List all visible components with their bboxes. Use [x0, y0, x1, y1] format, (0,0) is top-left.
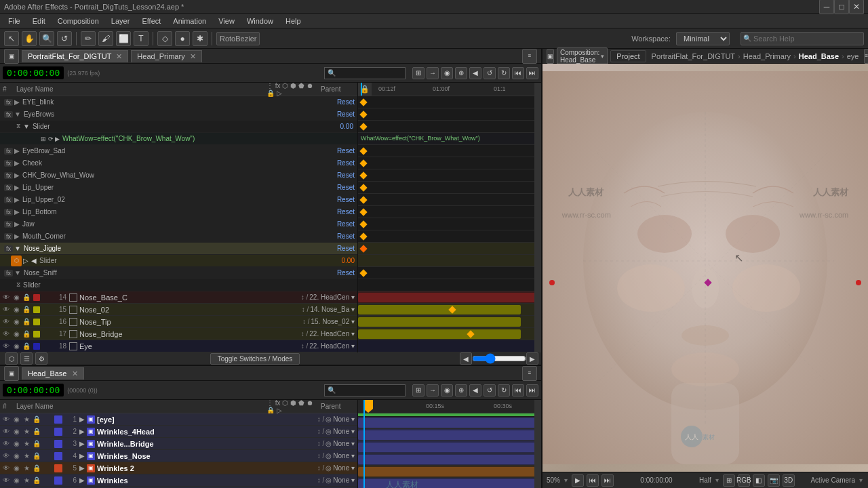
layer-4-audio[interactable]: ◉: [12, 451, 21, 461]
preview-grid-btn[interactable]: ⊞: [723, 474, 735, 487]
eye-blink-reset[interactable]: Reset: [337, 98, 357, 106]
close-button[interactable]: ✕: [849, 0, 864, 14]
collapse-lip-upper[interactable]: ▶: [14, 184, 20, 191]
layer-1-lock[interactable]: 🔒: [32, 415, 41, 424]
lip-upper-02-reset[interactable]: Reset: [337, 196, 357, 203]
collapse-nose-jiggle[interactable]: ▼: [14, 245, 21, 252]
tl-scrollbar-right[interactable]: [534, 83, 541, 352]
nose-jiggle-slider-value[interactable]: 0.00: [342, 257, 357, 264]
layer-14-eye[interactable]: 👁: [1, 293, 11, 302]
lip-bottom-reset[interactable]: Reset: [337, 208, 357, 216]
toolbar-arrow[interactable]: ↖: [4, 31, 19, 46]
layer-18-audio[interactable]: ◉: [12, 342, 21, 351]
eyebrow-sad-reset[interactable]: Reset: [337, 147, 357, 155]
menu-layer[interactable]: Layer: [106, 16, 136, 26]
preview-step-fwd[interactable]: ⏭: [601, 474, 614, 487]
nose-jiggle-kf-left[interactable]: ◀: [31, 257, 37, 264]
toolbar-brush[interactable]: 🖌: [98, 31, 113, 46]
layer-4-parent[interactable]: None ▾: [333, 452, 355, 460]
layer-14-lock[interactable]: 🔒: [22, 293, 31, 302]
menu-window[interactable]: Window: [241, 16, 279, 26]
collapse-lip-bottom[interactable]: ▶: [14, 208, 20, 216]
top-tl-btn3[interactable]: ◉: [441, 67, 453, 79]
layer-1-expand[interactable]: ▶: [79, 415, 85, 423]
menu-file[interactable]: File: [3, 16, 26, 26]
collapse-mouth-corner[interactable]: ▶: [14, 232, 20, 240]
layer-17-lock[interactable]: 🔒: [22, 329, 31, 339]
layer-6-solo[interactable]: ★: [22, 476, 31, 485]
bottom-tl-btn5[interactable]: ◀: [469, 384, 481, 396]
bottom-layer-row-1[interactable]: 👁 ◉ ★ 🔒 1 ▶ ▣ [eye] ↕ / ◎ N: [0, 413, 357, 426]
toggle-switches-modes-btn[interactable]: Toggle Switches / Modes: [210, 353, 300, 365]
bottom-layer-search[interactable]: [324, 384, 406, 396]
layer-row-nose-jiggle[interactable]: fx ▼ Nose_Jiggle Reset: [0, 243, 357, 255]
top-tl-btn2[interactable]: →: [427, 67, 439, 79]
bottom-tl-btn8[interactable]: ⏮: [512, 384, 524, 396]
close-portrait-tab[interactable]: ✕: [116, 52, 122, 60]
preview-panel-menu[interactable]: ≡: [864, 49, 868, 64]
mouth-corner-reset[interactable]: Reset: [337, 232, 357, 240]
breadcrumb-head-primary[interactable]: Head_Primary: [743, 52, 791, 60]
layer-row-lip-upper-02[interactable]: fx ▶ Lip_Upper_02 Reset: [0, 194, 357, 206]
layer-6-audio[interactable]: ◉: [12, 476, 21, 485]
bottom-layer-row-2[interactable]: 👁 ◉ ★ 🔒 2 ▶ ▣ Wrinkles_4Head ↕ / ◎: [0, 426, 357, 438]
layer-18-eye[interactable]: 👁: [1, 342, 11, 351]
eyebrows-reset[interactable]: Reset: [337, 110, 357, 118]
layer-1-audio[interactable]: ◉: [12, 415, 21, 424]
layer-row-cheek[interactable]: fx ▶ Cheek Reset: [0, 157, 357, 169]
layer-2-expand[interactable]: ▶: [79, 428, 85, 435]
minimize-button[interactable]: ─: [819, 0, 834, 14]
preview-channel-btn[interactable]: RGB: [738, 474, 750, 487]
layer-2-audio[interactable]: ◉: [12, 427, 21, 436]
layer-1-eye[interactable]: 👁: [1, 415, 11, 424]
toolbar-text[interactable]: T: [134, 31, 149, 46]
bottom-tl-btn7[interactable]: ↻: [498, 384, 510, 396]
breadcrumb-portrait-flat[interactable]: PortraitFlat_For_DIGTUT: [652, 52, 735, 60]
toolbar-shape[interactable]: ●: [175, 31, 190, 46]
bottom-tl-btn2[interactable]: →: [427, 384, 439, 396]
layer-5-audio[interactable]: ◉: [12, 464, 21, 473]
panel-menu-bottom[interactable]: ≡: [522, 366, 537, 381]
layer-18-parent[interactable]: 22. HeadCen ▾: [309, 342, 355, 350]
layer-3-parent[interactable]: None ▾: [333, 440, 355, 447]
layer-row-chk-brow[interactable]: fx ▶ CHK_Brow_What_Wow Reset: [0, 169, 357, 182]
layer-3-solo[interactable]: ★: [22, 439, 31, 449]
nose-sniff-reset[interactable]: Reset: [337, 269, 357, 277]
bottom-layer-row-4[interactable]: 👁 ◉ ★ 🔒 4 ▶ ▣ Wrinkles_Nose ↕ / ◎: [0, 450, 357, 462]
panel-menu-top[interactable]: ≡: [522, 49, 537, 64]
layer-row-18[interactable]: 👁 ◉ 🔒 18 Eye ↕ / 22. HeadCen ▾: [0, 340, 357, 352]
menu-animation[interactable]: Animation: [167, 16, 212, 26]
preview-snapshot-btn[interactable]: 📷: [768, 474, 780, 487]
bottom-tl-btn9[interactable]: ⏭: [526, 384, 538, 396]
collapse-cheek[interactable]: ▶: [14, 159, 20, 167]
layer-row-17[interactable]: 👁 ◉ 🔒 17 Nose_Bridge ↕ / 22. HeadCen ▾: [0, 328, 357, 340]
layer-3-audio[interactable]: ◉: [12, 439, 21, 449]
layer-15-lock[interactable]: 🔒: [22, 305, 31, 314]
layer-1-solo[interactable]: ★: [22, 415, 31, 424]
layer-2-parent[interactable]: None ▾: [333, 428, 355, 435]
collapse-jaw[interactable]: ▶: [14, 220, 20, 228]
bottom-tl-btn3[interactable]: ◉: [441, 384, 453, 396]
bottom-playhead[interactable]: [363, 400, 365, 488]
tl-scroll-left[interactable]: ◀: [460, 352, 472, 365]
tl-scroll-right[interactable]: ▶: [526, 352, 538, 365]
layer-15-eye[interactable]: 👁: [1, 305, 11, 314]
comp-head-base-tab[interactable]: Composition: Head_Base ▾: [557, 47, 608, 65]
layer-row-15[interactable]: 👁 ◉ 🔒 15 Nose_02 ↕ / 14. Nose_Ba ▾: [0, 304, 357, 316]
layer-3-expand[interactable]: ▶: [79, 440, 85, 447]
top-tl-btn7[interactable]: ↻: [498, 67, 510, 79]
collapse-lip-upper-02[interactable]: ▶: [14, 196, 20, 203]
bottom-layer-row-6[interactable]: 👁 ◉ ★ 🔒 6 ▶ ▣ Wrinkles ↕ / ◎: [0, 474, 357, 487]
layer-row-lip-bottom[interactable]: fx ▶ Lip_Bottom Reset: [0, 206, 357, 218]
breadcrumb-head-base[interactable]: Head_Base: [799, 52, 839, 60]
layer-row-eyebrow-sad[interactable]: fx ▶ EyeBrow_Sad Reset: [0, 145, 357, 157]
layer-14-audio[interactable]: ◉: [12, 293, 21, 302]
workspace-selector[interactable]: Minimal Standard: [676, 32, 730, 45]
top-footer-btn1[interactable]: ⬡: [5, 352, 18, 365]
layer-14-parent[interactable]: 22. HeadCen ▾: [309, 293, 355, 301]
collapse-eyebrows[interactable]: ▼: [14, 110, 21, 118]
project-tab[interactable]: Project: [610, 50, 646, 62]
layer-5-lock[interactable]: 🔒: [32, 464, 41, 473]
top-tl-btn5[interactable]: ◀: [469, 67, 481, 79]
layer-2-solo[interactable]: ★: [22, 427, 31, 436]
